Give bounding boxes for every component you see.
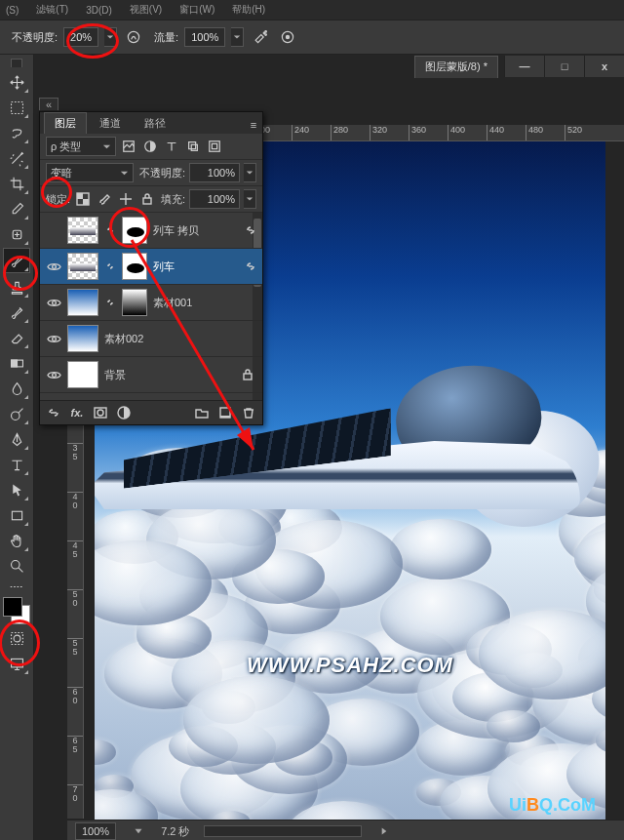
blend-mode-select[interactable]: 变暗: [46, 163, 134, 182]
svg-point-31: [52, 373, 56, 377]
menu-item[interactable]: 帮助(H): [232, 3, 265, 17]
path-select-tool-icon[interactable]: [4, 478, 29, 501]
layers-panel: 图层 通道 路径 ≡ ρ 类型 变暗 不透明度: 100%: [39, 111, 263, 425]
zoom-tool-icon[interactable]: [4, 554, 29, 578]
status-caret-icon[interactable]: [130, 822, 147, 840]
lock-position-icon[interactable]: [117, 190, 135, 208]
flow-value[interactable]: 100%: [184, 27, 225, 47]
visibility-toggle[interactable]: [46, 367, 61, 382]
lock-transparent-icon[interactable]: [74, 190, 92, 208]
lock-all-icon[interactable]: [138, 190, 156, 208]
filter-shape-icon[interactable]: [184, 138, 202, 155]
filter-adjust-icon[interactable]: [141, 138, 159, 155]
layer-fx-icon[interactable]: fx.: [67, 404, 87, 421]
layer-row[interactable]: 列车 拷贝: [40, 213, 262, 249]
stamp-tool-icon[interactable]: [4, 275, 29, 299]
layer-row[interactable]: 素材002: [40, 321, 262, 357]
healing-tool-icon[interactable]: [4, 222, 29, 246]
layer-thumb[interactable]: [67, 361, 98, 388]
layer-thumb[interactable]: [67, 325, 98, 352]
screenmode-tool-icon[interactable]: [4, 652, 29, 675]
color-swatch[interactable]: [2, 596, 31, 625]
layer-name[interactable]: 列车: [153, 260, 239, 274]
lock-pixels-icon[interactable]: [96, 190, 113, 208]
layer-opacity-value[interactable]: 100%: [189, 163, 240, 182]
svg-rect-32: [244, 374, 252, 380]
layer-row[interactable]: 素材001: [40, 285, 262, 321]
mask-thumb[interactable]: [122, 217, 147, 244]
window-minimize-button[interactable]: —: [504, 56, 544, 77]
fill-value[interactable]: 100%: [189, 189, 240, 209]
layer-row[interactable]: 列车: [40, 249, 262, 285]
visibility-toggle[interactable]: [46, 295, 61, 310]
link-layers-icon[interactable]: [44, 404, 63, 421]
menu-item[interactable]: (S): [6, 5, 19, 16]
history-brush-tool-icon[interactable]: [4, 300, 29, 324]
mask-thumb[interactable]: [122, 253, 147, 280]
menu-item[interactable]: 滤镜(T): [36, 3, 68, 17]
flow-dropdown-icon[interactable]: [231, 27, 244, 47]
window-close-button[interactable]: x: [584, 56, 624, 77]
new-layer-icon[interactable]: [215, 404, 235, 421]
link-indicator-icon[interactable]: [245, 260, 256, 272]
layer-name[interactable]: 素材001: [153, 296, 256, 310]
visibility-toggle[interactable]: [46, 331, 61, 346]
visibility-toggle[interactable]: [46, 259, 61, 274]
brush-tool-icon[interactable]: [3, 248, 30, 273]
filter-pixel-icon[interactable]: [120, 138, 137, 155]
add-mask-icon[interactable]: [91, 404, 110, 421]
delete-layer-icon[interactable]: [239, 404, 258, 421]
filter-smart-icon[interactable]: [206, 138, 223, 155]
menu-item[interactable]: 视图(V): [130, 3, 162, 17]
eraser-tool-icon[interactable]: [4, 326, 29, 349]
rectangle-tool-icon[interactable]: [4, 503, 29, 527]
toolbox-collapse-icon[interactable]: [11, 59, 22, 67]
move-tool-icon[interactable]: [4, 70, 29, 94]
zoom-level[interactable]: 100%: [75, 822, 116, 840]
layer-opacity-dropdown-icon[interactable]: [244, 163, 256, 182]
tab-channels[interactable]: 通道: [89, 112, 132, 134]
type-tool-icon[interactable]: [4, 453, 29, 476]
visibility-toggle[interactable]: [46, 222, 61, 238]
menu-item[interactable]: 3D(D): [86, 5, 112, 16]
airbrush-icon[interactable]: [250, 26, 271, 48]
pressure-opacity-icon[interactable]: [123, 26, 144, 48]
pen-tool-icon[interactable]: [4, 427, 29, 451]
opacity-dropdown-icon[interactable]: [104, 27, 117, 47]
hand-tool-icon[interactable]: [4, 529, 29, 552]
tab-paths[interactable]: 路径: [134, 112, 176, 134]
crop-tool-icon[interactable]: [4, 172, 29, 195]
status-caret-icon[interactable]: [375, 822, 393, 840]
layer-thumb[interactable]: [67, 289, 98, 316]
filter-kind-select[interactable]: ρ 类型: [46, 137, 116, 156]
layer-name[interactable]: 素材002: [104, 332, 256, 346]
filter-type-icon[interactable]: [163, 138, 180, 155]
window-maximize-button[interactable]: □: [544, 56, 584, 77]
fill-dropdown-icon[interactable]: [244, 189, 256, 209]
gradient-tool-icon[interactable]: [4, 351, 29, 375]
magic-wand-tool-icon[interactable]: [4, 146, 29, 170]
panel-menu-icon[interactable]: ≡: [245, 116, 262, 134]
eyedropper-tool-icon[interactable]: [4, 197, 29, 220]
lasso-tool-icon[interactable]: [4, 121, 29, 144]
panel-collapse-icon[interactable]: «: [39, 98, 58, 110]
layer-thumb[interactable]: [67, 217, 98, 244]
tab-layers[interactable]: 图层: [44, 112, 87, 134]
menu-item[interactable]: 窗口(W): [179, 3, 214, 17]
quickmask-tool-icon[interactable]: [4, 626, 29, 650]
opacity-value[interactable]: 20%: [63, 27, 98, 47]
pressure-size-icon[interactable]: [277, 26, 298, 48]
blur-tool-icon[interactable]: [4, 377, 29, 400]
document-tab[interactable]: 图层蒙版/8) *: [414, 56, 498, 78]
layer-row[interactable]: 背景: [40, 357, 262, 393]
link-indicator-icon[interactable]: [245, 224, 256, 236]
marquee-tool-icon[interactable]: [4, 96, 29, 119]
dodge-tool-icon[interactable]: [4, 402, 29, 425]
mask-thumb[interactable]: [122, 289, 147, 316]
layer-name[interactable]: 列车 拷贝: [153, 223, 239, 238]
layer-name[interactable]: 背景: [104, 368, 233, 382]
new-group-icon[interactable]: [192, 404, 212, 421]
new-adjustment-icon[interactable]: [114, 404, 134, 421]
layer-thumb[interactable]: [67, 253, 98, 280]
foreground-color-swatch[interactable]: [3, 597, 22, 617]
